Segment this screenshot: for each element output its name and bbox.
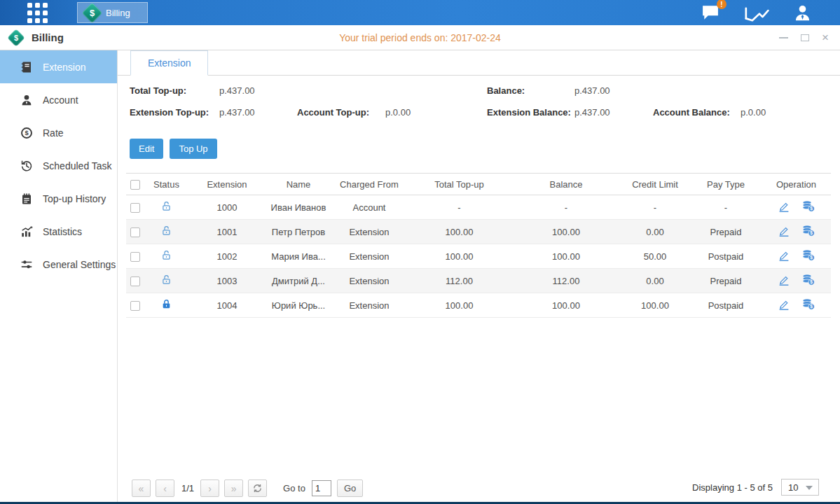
pay-type-cell: Postpaid — [690, 293, 762, 318]
notifications-icon[interactable]: ! — [701, 4, 720, 21]
page-size-select[interactable]: 10 — [781, 479, 819, 496]
sidebar: ExtensionAccount$RateScheduled TaskTop-u… — [0, 50, 118, 502]
sidebar-item-statistics[interactable]: Statistics — [0, 215, 117, 248]
sidebar-item-top-up-history[interactable]: Top-up History — [0, 182, 117, 215]
topup-icon[interactable]: $ — [801, 273, 815, 286]
row-checkbox[interactable] — [130, 301, 140, 311]
name-cell: Петр Петров — [265, 220, 332, 244]
window-body: ExtensionAccount$RateScheduled TaskTop-u… — [0, 50, 840, 502]
extension-topup-value: p.437.00 — [219, 107, 255, 118]
refresh-icon[interactable] — [248, 479, 267, 497]
taskbar-item-billing[interactable]: $ Billing — [77, 2, 148, 23]
column-header: Balance — [512, 174, 620, 195]
svg-text:$: $ — [810, 231, 813, 237]
table-row: 1002Мария Ива...Extension100.00100.0050.… — [126, 244, 831, 269]
name-cell: Дмитрий Д... — [265, 269, 332, 293]
select-all-checkbox[interactable] — [130, 180, 140, 190]
app-grid-icon[interactable] — [25, 2, 49, 23]
tab-strip: Extension — [118, 50, 840, 76]
sidebar-item-rate[interactable]: $Rate — [0, 116, 117, 149]
column-header: Extension — [189, 174, 265, 195]
close-icon[interactable]: × — [822, 32, 829, 43]
resource-monitor-icon[interactable] — [744, 4, 769, 22]
column-header: Charged From — [332, 174, 406, 195]
table-row: 1004Юрий Юрь...Extension100.00100.00100.… — [126, 293, 831, 318]
maximize-icon[interactable] — [801, 32, 809, 43]
total-topup-cell: 100.00 — [406, 293, 512, 318]
charged-from-cell: Extension — [332, 269, 406, 293]
table-row: 1003Дмитрий Д...Extension112.00112.000.0… — [126, 269, 831, 293]
edit-icon[interactable] — [778, 249, 790, 262]
prev-page-icon[interactable]: ‹ — [156, 479, 174, 497]
extension-topup-label: Extension Top-up: — [130, 107, 209, 118]
column-header: Operation — [762, 174, 831, 195]
billing-app-icon: $ — [82, 2, 103, 23]
svg-text:$: $ — [810, 206, 813, 212]
credit-limit-cell: - — [620, 195, 690, 220]
sidebar-item-label: Extension — [43, 62, 85, 73]
edit-icon[interactable] — [778, 200, 790, 213]
column-header: Credit Limit — [620, 174, 690, 195]
row-checkbox[interactable] — [130, 203, 140, 213]
topup-icon[interactable]: $ — [801, 248, 815, 262]
credit-limit-cell: 0.00 — [620, 220, 690, 244]
account-topup-label: Account Top-up: — [297, 107, 369, 118]
sidebar-item-general-settings[interactable]: General Settings — [0, 248, 117, 281]
balance-label: Balance: — [487, 85, 525, 96]
pagination: « ‹ 1/1 › » Go to Go — [132, 479, 368, 497]
edit-icon[interactable] — [778, 298, 790, 311]
row-checkbox[interactable] — [130, 276, 140, 286]
row-checkbox[interactable] — [130, 227, 140, 237]
sliders-icon — [20, 258, 34, 271]
next-page-icon[interactable]: › — [200, 479, 219, 497]
topup-icon[interactable]: $ — [801, 200, 815, 213]
minimize-icon[interactable] — [779, 32, 788, 43]
name-cell: Мария Ива... — [265, 244, 332, 269]
main-panel: Extension Total Top-up: p.437.00 Balance… — [118, 50, 840, 502]
lock-closed-icon — [160, 298, 172, 310]
lock-open-icon — [160, 225, 172, 237]
topup-icon[interactable]: $ — [801, 298, 815, 311]
sidebar-item-extension[interactable]: Extension — [0, 50, 117, 83]
desktop-topbar: $ Billing ! — [0, 0, 840, 25]
user-account-icon[interactable] — [793, 4, 812, 22]
charged-from-cell: Extension — [332, 293, 406, 318]
total-topup-cell: 100.00 — [406, 244, 512, 269]
sidebar-item-account[interactable]: Account — [0, 83, 117, 116]
sidebar-item-label: Top-up History — [43, 193, 106, 204]
edit-icon[interactable] — [778, 225, 790, 237]
sidebar-item-scheduled-task[interactable]: Scheduled Task — [0, 149, 117, 182]
balance-value: p.437.00 — [574, 85, 610, 96]
summary-section: Total Top-up: p.437.00 Balance: p.437.00… — [118, 76, 840, 129]
sidebar-item-label: Rate — [43, 127, 64, 139]
svg-text:$: $ — [25, 130, 29, 136]
edit-icon[interactable] — [778, 274, 790, 286]
balance-cell: 100.00 — [512, 293, 620, 318]
svg-text:$: $ — [810, 304, 813, 310]
topup-icon[interactable]: $ — [801, 224, 815, 237]
column-header: Status — [144, 174, 189, 195]
table-row: 1001Петр ПетровExtension100.00100.000.00… — [126, 220, 831, 244]
go-button[interactable]: Go — [337, 479, 363, 497]
first-page-icon[interactable]: « — [132, 479, 151, 497]
pay-type-cell: - — [690, 195, 762, 220]
sidebar-item-label: Statistics — [43, 226, 82, 237]
last-page-icon[interactable]: » — [224, 479, 243, 497]
extension-cell: 1004 — [189, 293, 265, 318]
goto-page-input[interactable] — [312, 480, 331, 496]
sidebar-item-label: General Settings — [43, 259, 116, 270]
lock-open-icon — [160, 249, 172, 261]
credit-limit-cell: 50.00 — [620, 244, 690, 269]
total-topup-cell: - — [406, 195, 512, 220]
top-up-button[interactable]: Top Up — [170, 139, 216, 159]
edit-button[interactable]: Edit — [130, 139, 163, 159]
tab-extension[interactable]: Extension — [130, 50, 208, 76]
charged-from-cell: Extension — [332, 220, 406, 244]
pay-type-cell: Prepaid — [690, 269, 762, 293]
page-indicator: 1/1 — [181, 483, 194, 493]
notification-badge: ! — [717, 0, 727, 9]
row-checkbox[interactable] — [130, 252, 140, 262]
table-header-row: StatusExtensionNameCharged FromTotal Top… — [126, 174, 831, 195]
account-topup-value: p.0.00 — [385, 107, 411, 118]
action-buttons: Edit Top Up — [130, 139, 840, 159]
